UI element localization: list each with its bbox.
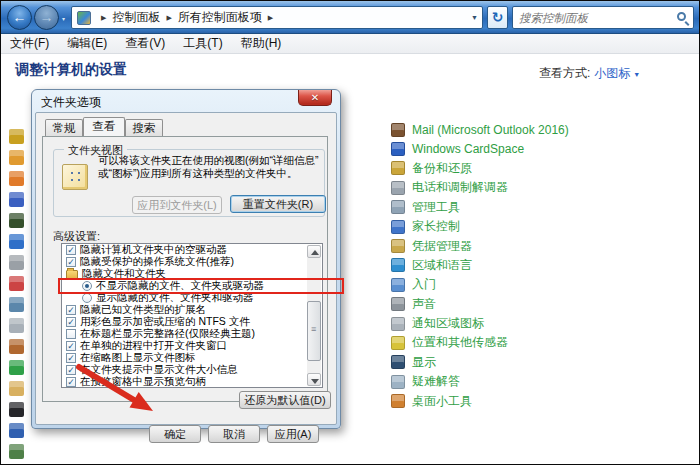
ok-button[interactable]: 确定 — [149, 425, 201, 443]
list-item[interactable]: 显示 — [391, 353, 569, 372]
breadcrumb-control-panel[interactable]: 控制面板 — [112, 9, 160, 26]
dialog-body: 常规 查看 搜索 文件夹视图 可以将该文件夹正在使用的视图(例如“详细信息”或“… — [35, 112, 337, 425]
page-title: 调整计算机的设置 — [15, 61, 127, 79]
forward-button[interactable]: → — [34, 5, 59, 30]
view-mode-control[interactable]: 查看方式:小图标▼ — [539, 65, 640, 82]
reset-folders-button[interactable]: 重置文件夹(R) — [230, 195, 326, 213]
menu-item[interactable]: 工具(T) — [174, 35, 231, 52]
desktop-gadgets-icon — [391, 394, 405, 408]
item-label[interactable]: Windows CardSpace — [412, 142, 524, 156]
tab-view[interactable]: 查看 — [83, 117, 125, 136]
search-box[interactable] — [512, 6, 694, 29]
close-icon[interactable]: ✕ — [298, 90, 332, 106]
menu-item[interactable]: 文件(F) — [1, 35, 58, 52]
mail-icon — [391, 123, 405, 137]
control-panel-item-icon[interactable] — [9, 171, 24, 186]
scroll-up-icon[interactable] — [307, 245, 321, 258]
list-item[interactable]: 疑难解答 — [391, 372, 569, 391]
control-panel-item-icon[interactable] — [9, 297, 24, 312]
control-panel-item-icon[interactable] — [9, 255, 24, 270]
dialog-title: 文件夹选项 — [41, 94, 101, 111]
item-label[interactable]: 桌面小工具 — [412, 393, 472, 410]
item-label[interactable]: 位置和其他传感器 — [412, 334, 508, 351]
advanced-setting-row[interactable]: ✓ 在预览窗格中显示预览句柄 — [62, 376, 322, 388]
advanced-setting-row[interactable]: 显示隐藏的文件、文件夹和驱动器 — [62, 292, 322, 304]
search-input[interactable] — [519, 9, 669, 26]
control-panel-item-icon[interactable] — [9, 360, 24, 375]
control-panel-item-icon[interactable] — [9, 381, 24, 396]
control-panel-item-icon[interactable] — [9, 402, 24, 417]
advanced-setting-row[interactable]: 在标题栏显示完整路径(仅限经典主题) — [62, 328, 322, 340]
advanced-setting-row[interactable]: ✓ 隐藏已知文件类型的扩展名 — [62, 304, 322, 316]
refresh-button[interactable]: ↻ — [487, 6, 508, 29]
item-label[interactable]: 疑难解答 — [412, 373, 460, 390]
back-button[interactable]: ← — [7, 5, 32, 30]
control-panel-item-icon[interactable] — [9, 423, 24, 438]
item-label[interactable]: 电话和调制解调器 — [412, 179, 508, 196]
admin-tools-icon — [391, 200, 405, 214]
control-panel-item-icon[interactable] — [9, 444, 24, 459]
list-item[interactable]: 通知区域图标 — [391, 314, 569, 333]
control-panel-item-icon[interactable] — [9, 150, 24, 165]
search-icon — [677, 12, 686, 21]
setting-label: 隐藏文件和文件夹 — [82, 268, 166, 280]
advanced-setting-row[interactable]: ✓ 在缩略图上显示文件图标 — [62, 352, 322, 364]
scroll-down-icon[interactable] — [307, 373, 321, 386]
scrollbar-thumb[interactable] — [307, 301, 321, 361]
list-item[interactable]: 声音 — [391, 295, 569, 314]
tab-general[interactable]: 常规 — [45, 119, 83, 136]
list-item[interactable]: 位置和其他传感器 — [391, 333, 569, 352]
control-panel-item-icon[interactable] — [9, 276, 24, 291]
advanced-setting-row[interactable]: ✓ 隐藏受保护的操作系统文件(推荐) — [62, 256, 322, 268]
item-label[interactable]: 备份和还原 — [412, 160, 472, 177]
address-toolbar: ← → ▾ ▶ 控制面板 ▶ 所有控制面板项 ▶ ▼ ↻ — [1, 1, 699, 34]
item-label[interactable]: 入门 — [412, 276, 436, 293]
restore-defaults-button[interactable]: 还原为默认值(D) — [239, 391, 331, 409]
item-label[interactable]: 家长控制 — [412, 218, 460, 235]
control-panel-item-icon[interactable] — [9, 318, 24, 333]
list-item[interactable]: 入门 — [391, 275, 569, 294]
control-panel-item-icon[interactable] — [9, 192, 24, 207]
apply-button[interactable]: 应用(A) — [267, 425, 319, 443]
item-label[interactable]: 声音 — [412, 296, 436, 313]
list-item[interactable]: 备份和还原 — [391, 159, 569, 178]
breadcrumb-all-items[interactable]: 所有控制面板项 — [178, 9, 262, 26]
credential-manager-icon — [391, 239, 405, 253]
item-label[interactable]: 通知区域图标 — [412, 315, 484, 332]
cancel-button[interactable]: 取消 — [208, 425, 260, 443]
control-panel-item-icon[interactable] — [9, 213, 24, 228]
advanced-setting-row[interactable]: 隐藏文件和文件夹 — [62, 268, 322, 280]
control-panel-item-icon[interactable] — [9, 339, 24, 354]
list-item[interactable]: Mail (Microsoft Outlook 2016) — [391, 120, 569, 139]
scrollbar[interactable] — [307, 245, 321, 386]
menu-item[interactable]: 编辑(E) — [58, 35, 116, 52]
list-item[interactable]: 家长控制 — [391, 217, 569, 236]
apply-to-folders-button[interactable]: 应用到文件夹(L) — [132, 196, 222, 214]
list-item[interactable]: 电话和调制解调器 — [391, 178, 569, 197]
item-label[interactable]: 区域和语言 — [412, 257, 472, 274]
view-mode-value[interactable]: 小图标 — [594, 66, 630, 80]
recent-pages-caret-icon[interactable]: ▾ — [62, 15, 65, 22]
item-label[interactable]: 显示 — [412, 354, 436, 371]
advanced-setting-row[interactable]: ✓ 用彩色显示加密或压缩的 NTFS 文件 — [62, 316, 322, 328]
item-label[interactable]: 凭据管理器 — [412, 238, 472, 255]
control-panel-item-icon[interactable] — [9, 129, 24, 144]
menu-item[interactable]: 查看(V) — [116, 35, 174, 52]
display-icon — [391, 355, 405, 369]
advanced-setting-row[interactable]: ✓ 隐藏计算机文件夹中的空驱动器 — [62, 244, 322, 256]
list-item[interactable]: 凭据管理器 — [391, 236, 569, 255]
advanced-setting-row[interactable]: 不显示隐藏的文件、文件夹或驱动器 — [62, 280, 322, 292]
item-label[interactable]: 管理工具 — [412, 199, 460, 216]
list-item[interactable]: 桌面小工具 — [391, 391, 569, 410]
control-panel-item-icon[interactable] — [9, 234, 24, 249]
menu-item[interactable]: 帮助(H) — [232, 35, 291, 52]
breadcrumb[interactable]: ▶ 控制面板 ▶ 所有控制面板项 ▶ ▼ — [71, 6, 483, 29]
item-label[interactable]: Mail (Microsoft Outlook 2016) — [412, 123, 569, 137]
tab-search[interactable]: 搜索 — [125, 119, 163, 136]
advanced-setting-row[interactable]: ✓ 在单独的进程中打开文件夹窗口 — [62, 340, 322, 352]
list-item[interactable]: Windows CardSpace — [391, 139, 569, 158]
address-dropdown-icon[interactable]: ▼ — [471, 14, 478, 21]
list-item[interactable]: 区域和语言 — [391, 256, 569, 275]
list-item[interactable]: 管理工具 — [391, 198, 569, 217]
advanced-setting-row[interactable]: ✓ 在文件夹提示中显示文件大小信息 — [62, 364, 322, 376]
